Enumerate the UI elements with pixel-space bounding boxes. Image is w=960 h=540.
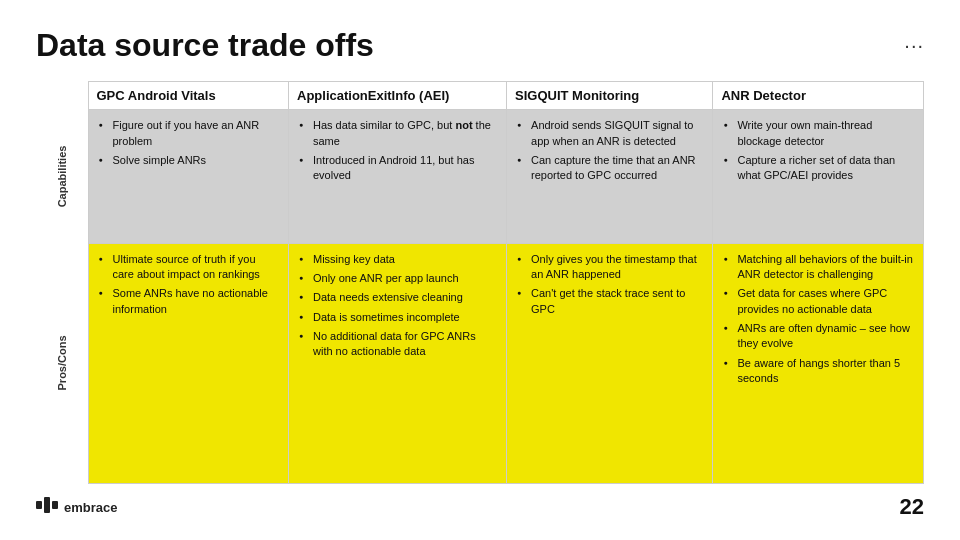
capabilities-anr: Write your own main-thread blockage dete… [713,110,924,243]
logo-icon [36,497,58,517]
capabilities-aei-list: Has data similar to GPC, but not the sam… [299,118,496,184]
capabilities-gpc: Figure out if you have an ANR problem So… [88,110,289,243]
capabilities-sigquit-list: Android sends SIGQUIT signal to app when… [517,118,702,184]
list-item: No additional data for GPC ANRs with no … [299,329,496,360]
svg-rect-2 [52,501,58,509]
list-item: Capture a richer set of data than what G… [723,153,913,184]
list-item: Only gives you the timestamp that an ANR… [517,252,702,283]
logo-text: embrace [64,500,117,515]
proscons-anr-list: Matching all behaviors of the built-in A… [723,252,913,387]
capabilities-gpc-list: Figure out if you have an ANR problem So… [99,118,279,168]
proscons-sigquit-list: Only gives you the timestamp that an ANR… [517,252,702,318]
list-item: Android sends SIGQUIT signal to app when… [517,118,702,149]
proscons-gpc-list: Ultimate source of truth if you care abo… [99,252,279,318]
proscons-sigquit: Only gives you the timestamp that an ANR… [507,243,713,483]
capabilities-sigquit: Android sends SIGQUIT signal to app when… [507,110,713,243]
proscons-gpc: Ultimate source of truth if you care abo… [88,243,289,483]
slide: Data source trade offs ··· GPC Android V… [0,0,960,540]
list-item: Figure out if you have an ANR problem [99,118,279,149]
list-item: Data is sometimes incomplete [299,310,496,325]
list-item: Matching all behaviors of the built-in A… [723,252,913,283]
capabilities-row: Capabilities Figure out if you have an A… [36,110,924,243]
proscons-aei: Missing key data Only one ANR per app la… [289,243,507,483]
comparison-table: GPC Android Vitals ApplicationExitInfo (… [36,81,924,484]
col-header-anr: ANR Detector [713,82,924,110]
list-item: Only one ANR per app launch [299,271,496,286]
col-header-gpc: GPC Android Vitals [88,82,289,110]
proscons-anr: Matching all behaviors of the built-in A… [713,243,924,483]
proscons-row: Pros/Cons Ultimate source of truth if yo… [36,243,924,483]
slide-footer: embrace 22 [36,494,924,520]
col-header-aei: ApplicationExitInfo (AEI) [289,82,507,110]
logo: embrace [36,497,117,517]
table-header-row: GPC Android Vitals ApplicationExitInfo (… [36,82,924,110]
list-item: Write your own main-thread blockage dete… [723,118,913,149]
list-item: Introduced in Android 11, but has evolve… [299,153,496,184]
list-item: Has data similar to GPC, but not the sam… [299,118,496,149]
list-item: Missing key data [299,252,496,267]
more-icon[interactable]: ··· [904,34,924,57]
list-item: Be aware of hangs shorter than 5 seconds [723,356,913,387]
list-item: Solve simple ANRs [99,153,279,168]
slide-title: Data source trade offs [36,28,374,63]
slide-header: Data source trade offs ··· [36,28,924,63]
list-item: ANRs are often dynamic – see how they ev… [723,321,913,352]
list-item: Ultimate source of truth if you care abo… [99,252,279,283]
corner-cell [36,82,88,110]
list-item: Can capture the time that an ANR reporte… [517,153,702,184]
proscons-label: Pros/Cons [36,243,88,483]
list-item: Data needs extensive cleaning [299,290,496,305]
svg-rect-0 [36,501,42,509]
svg-rect-1 [44,497,50,513]
list-item: Some ANRs have no actionable information [99,286,279,317]
capabilities-label: Capabilities [36,110,88,243]
capabilities-aei: Has data similar to GPC, but not the sam… [289,110,507,243]
proscons-aei-list: Missing key data Only one ANR per app la… [299,252,496,360]
col-header-sigquit: SIGQUIT Monitoring [507,82,713,110]
table-container: GPC Android Vitals ApplicationExitInfo (… [36,81,924,484]
list-item: Get data for cases where GPC provides no… [723,286,913,317]
list-item: Can't get the stack trace sent to GPC [517,286,702,317]
page-number: 22 [900,494,924,520]
capabilities-anr-list: Write your own main-thread blockage dete… [723,118,913,184]
